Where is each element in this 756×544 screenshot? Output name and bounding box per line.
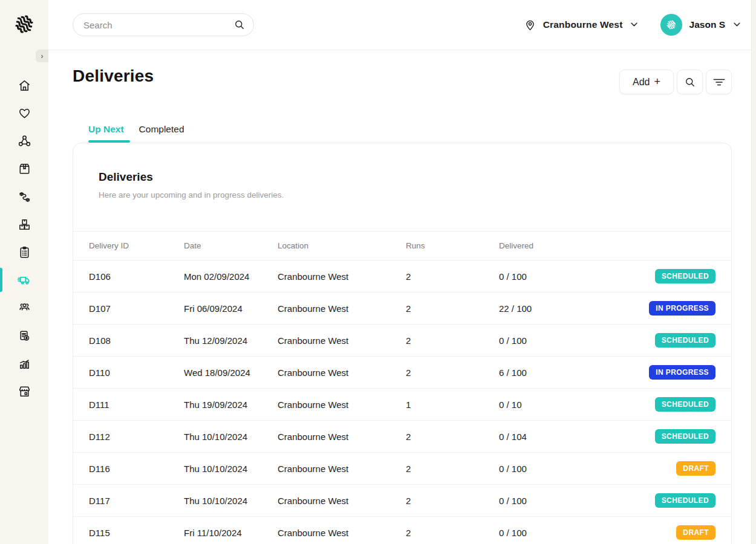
page-actions: Add+	[619, 70, 732, 94]
table-row[interactable]: D115 Fri 11/10/2024 Cranbourne West 2 0 …	[73, 517, 731, 544]
date-cell: Thu 19/09/2024	[184, 400, 278, 410]
team-icon	[18, 301, 31, 315]
delivered-cell: 0 / 104	[499, 432, 655, 442]
user-menu[interactable]: Jason S	[660, 14, 740, 36]
sidebar-item-network[interactable]	[0, 127, 48, 155]
status-badge: SCHEDULED	[655, 493, 715, 508]
location-selector[interactable]: Cranbourne West	[524, 19, 637, 31]
status-cell: DRAFT	[676, 525, 715, 540]
delivery-truck-icon	[18, 273, 31, 287]
status-cell: SCHEDULED	[655, 269, 715, 283]
delivery-id-cell: D112	[89, 432, 184, 442]
delivered-cell: 22 / 100	[499, 303, 649, 314]
runs-cell: 2	[406, 368, 499, 378]
location-cell: Cranbourne West	[278, 271, 406, 282]
plus-icon: +	[654, 76, 660, 88]
delivery-id-cell: D115	[89, 528, 184, 538]
delivered-cell: 0 / 100	[499, 528, 676, 538]
status-badge: IN PROGRESS	[649, 365, 715, 380]
card-subtitle: Here are your upcoming and in progress d…	[99, 190, 284, 199]
status-cell: IN PROGRESS	[649, 301, 715, 316]
sidebar-collapse-button[interactable]: ›	[36, 50, 48, 62]
runs-cell: 2	[406, 335, 499, 346]
delivery-id-cell: D107	[89, 303, 184, 314]
chevron-down-icon	[631, 22, 637, 27]
table-row[interactable]: D117 Thu 10/10/2024 Cranbourne West 2 0 …	[73, 485, 731, 517]
tab-bar: Up Next Completed	[88, 124, 184, 143]
sidebar-item-products[interactable]	[0, 155, 48, 183]
sidebar-nav	[0, 71, 48, 405]
invoice-dollar-icon	[18, 329, 31, 343]
tab-completed[interactable]: Completed	[139, 124, 184, 143]
table-row[interactable]: D108 Thu 12/09/2024 Cranbourne West 2 0 …	[73, 325, 731, 357]
delivery-id-cell: D111	[89, 400, 184, 410]
status-badge: DRAFT	[676, 461, 715, 476]
status-badge: SCHEDULED	[655, 269, 715, 283]
table-row[interactable]: D106 Mon 02/09/2024 Cranbourne West 2 0 …	[73, 261, 731, 293]
sidebar-item-store[interactable]	[0, 377, 48, 405]
table-row[interactable]: D107 Fri 06/09/2024 Cranbourne West 2 22…	[73, 293, 731, 325]
deliveries-table: Delivery ID Date Location Runs Delivered…	[73, 231, 731, 544]
search-icon	[684, 76, 696, 88]
brand-logo-icon[interactable]	[11, 11, 37, 37]
location-pin-icon	[524, 19, 536, 31]
filter-button[interactable]	[706, 70, 732, 94]
sidebar-item-invoices[interactable]	[0, 322, 48, 349]
tab-up-next[interactable]: Up Next	[88, 124, 124, 143]
sidebar-item-reports[interactable]	[0, 349, 48, 377]
boxes-icon	[18, 218, 31, 232]
col-delivered: Delivered	[499, 241, 715, 250]
status-badge: SCHEDULED	[655, 333, 715, 348]
location-cell: Cranbourne West	[278, 400, 406, 410]
date-cell: Fri 06/09/2024	[184, 303, 278, 314]
date-cell: Thu 10/10/2024	[184, 464, 278, 474]
date-cell: Thu 10/10/2024	[184, 432, 278, 442]
table-row[interactable]: D116 Thu 10/10/2024 Cranbourne West 2 0 …	[73, 453, 731, 485]
global-search	[73, 13, 254, 36]
delivery-id-cell: D117	[89, 496, 184, 506]
table-row[interactable]: D110 Wed 18/09/2024 Cranbourne West 2 6 …	[73, 357, 731, 389]
sidebar-item-deliveries[interactable]	[0, 266, 48, 294]
status-badge: IN PROGRESS	[649, 301, 715, 316]
delivered-cell: 0 / 10	[499, 400, 655, 410]
top-header: Cranbourne West Jason S	[48, 0, 751, 50]
home-icon	[18, 79, 31, 92]
scrollbar-track[interactable]	[751, 0, 756, 544]
people-network-icon	[18, 134, 31, 148]
main-content: Deliveries Add+ Up Next Completed Delive…	[48, 50, 751, 544]
delivery-id-cell: D110	[89, 368, 184, 378]
delivery-id-cell: D106	[89, 271, 184, 282]
add-button[interactable]: Add+	[619, 70, 674, 94]
delivered-cell: 0 / 100	[499, 496, 655, 506]
date-cell: Fri 11/10/2024	[184, 528, 278, 538]
sidebar-item-orders[interactable]	[0, 238, 48, 266]
delivery-id-cell: D116	[89, 464, 184, 474]
delivered-cell: 6 / 100	[499, 368, 649, 378]
table-row[interactable]: D111 Thu 19/09/2024 Cranbourne West 1 0 …	[73, 389, 731, 421]
delivered-cell: 0 / 100	[499, 335, 655, 346]
search-input[interactable]	[73, 13, 254, 36]
table-row[interactable]: D112 Thu 10/10/2024 Cranbourne West 2 0 …	[73, 421, 731, 453]
col-runs: Runs	[406, 241, 499, 250]
location-cell: Cranbourne West	[278, 496, 406, 506]
search-button[interactable]	[677, 70, 703, 94]
filter-icon	[712, 77, 726, 88]
user-name: Jason S	[689, 19, 725, 30]
date-cell: Thu 12/09/2024	[184, 335, 278, 346]
sidebar-item-inventory[interactable]	[0, 210, 48, 238]
runs-cell: 2	[406, 432, 499, 442]
sidebar-item-routes[interactable]	[0, 183, 48, 210]
status-cell: SCHEDULED	[655, 493, 715, 508]
sidebar-item-customers[interactable]	[0, 294, 48, 322]
col-date: Date	[184, 241, 278, 250]
search-icon[interactable]	[233, 19, 246, 31]
delivery-id-cell: D108	[89, 335, 184, 346]
status-badge: DRAFT	[676, 525, 715, 540]
package-icon	[18, 162, 31, 176]
page-title: Deliveries	[73, 66, 154, 86]
sidebar-item-favourites[interactable]	[0, 99, 48, 127]
sidebar-item-home[interactable]	[0, 71, 48, 99]
col-location: Location	[278, 241, 406, 250]
table-body: D106 Mon 02/09/2024 Cranbourne West 2 0 …	[73, 261, 731, 544]
deliveries-card: Deliveries Here are your upcoming and in…	[73, 143, 732, 544]
